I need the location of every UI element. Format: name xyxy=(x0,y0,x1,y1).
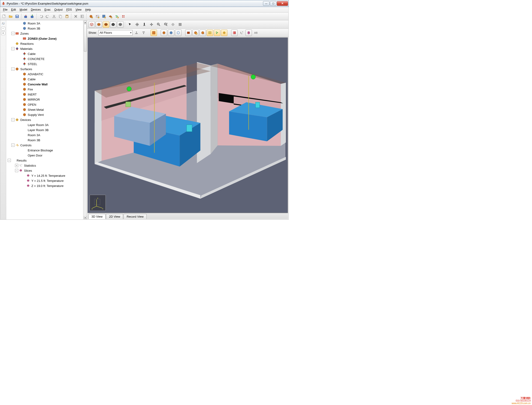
tree-node[interactable]: −Zones xyxy=(6,31,83,36)
wireframe-button[interactable] xyxy=(89,21,95,28)
tree-node[interactable]: Y = 14.25 ft: Temperature xyxy=(6,173,83,178)
redo-button[interactable] xyxy=(45,14,51,19)
reaction-button[interactable] xyxy=(95,14,100,19)
walk-button[interactable] xyxy=(141,21,148,28)
tree-toggle[interactable]: − xyxy=(11,143,14,147)
export-button[interactable] xyxy=(29,14,35,19)
tab-record-view[interactable]: Record View xyxy=(123,214,146,219)
tree-node[interactable]: −Surfaces xyxy=(6,67,83,72)
menu-help[interactable]: Help xyxy=(83,7,93,12)
tree-node[interactable]: Y = 21.5 ft: Temperature xyxy=(6,178,83,183)
shade-button[interactable] xyxy=(110,21,116,28)
scroll-down-button[interactable]: ▾ xyxy=(84,216,87,219)
menu-fds[interactable]: FDS xyxy=(64,7,74,12)
tree-toggle[interactable]: − xyxy=(11,47,14,50)
tree-node[interactable]: ZONE0 (Outer Zone) xyxy=(6,36,83,41)
vis-obstructions-button[interactable] xyxy=(150,30,157,36)
vis-labels-button[interactable]: AB xyxy=(252,30,259,36)
device-button[interactable] xyxy=(120,14,126,19)
particle-button[interactable] xyxy=(114,14,120,19)
reset-button[interactable] xyxy=(170,21,176,28)
collapse-all-button[interactable]: − xyxy=(1,27,5,30)
scroll-up-button[interactable]: ▴ xyxy=(84,21,87,24)
menu-model[interactable]: Model xyxy=(18,7,29,12)
minimize-button[interactable]: — xyxy=(263,1,269,6)
tree-toggle[interactable]: + xyxy=(15,164,18,167)
maximize-button[interactable]: ☐ xyxy=(270,1,276,6)
scroll-thumb[interactable] xyxy=(84,24,87,52)
tree-node[interactable]: INERT xyxy=(6,92,83,97)
tree-node[interactable]: Fire xyxy=(6,87,83,92)
tree-node[interactable]: Sheet Metal xyxy=(6,107,83,112)
tab-2d-view[interactable]: 2D View xyxy=(106,214,123,219)
tree-node[interactable]: −Slices xyxy=(6,168,83,173)
import-button[interactable] xyxy=(23,14,29,19)
vis-mesh-grid-button[interactable] xyxy=(168,30,174,36)
menu-view[interactable]: View xyxy=(74,7,83,12)
3d-viewport[interactable]: z x y xyxy=(88,37,288,213)
tree-node[interactable]: Entrance Blockage xyxy=(6,148,83,153)
tree-node[interactable]: Room 3A xyxy=(6,21,83,26)
floor-select[interactable]: All Floors xyxy=(98,30,133,35)
delete-button[interactable] xyxy=(73,14,79,19)
menu-devices[interactable]: Devices xyxy=(29,7,43,12)
menu-evac[interactable]: Evac xyxy=(42,7,52,12)
tree-node[interactable]: OPEN xyxy=(6,102,83,107)
axes-widget[interactable]: z x y xyxy=(89,195,106,211)
orbit-button[interactable] xyxy=(134,21,140,28)
tree-toggle[interactable]: − xyxy=(11,32,14,35)
paste-button[interactable] xyxy=(64,14,70,19)
tree-toggle[interactable]: − xyxy=(11,68,14,71)
tree-node[interactable]: Layer Room 3B xyxy=(6,127,83,132)
save-button[interactable] xyxy=(14,14,20,19)
tree-link-icon[interactable] xyxy=(1,21,6,26)
select-button[interactable] xyxy=(127,21,133,28)
surface-button[interactable] xyxy=(101,14,107,19)
tree-node[interactable]: −Results xyxy=(6,158,83,163)
tree-node[interactable]: Room 3B xyxy=(6,138,83,143)
mesh-button[interactable]: + xyxy=(88,14,94,19)
copy-button[interactable] xyxy=(57,14,63,19)
expand-all-button[interactable]: + xyxy=(1,31,5,35)
tree-toggle[interactable]: − xyxy=(11,118,14,122)
tree-node[interactable]: Concrete Wall xyxy=(6,82,83,87)
menu-file[interactable]: File xyxy=(1,7,9,12)
realistic-button[interactable] xyxy=(103,21,109,28)
tree-node[interactable]: Open Door xyxy=(6,153,83,158)
vis-slices-button[interactable] xyxy=(246,30,252,36)
tree-node[interactable]: Z = 19.0 ft: Temperature xyxy=(6,183,83,188)
tree-node[interactable]: −Controls xyxy=(6,143,83,148)
pan-button[interactable] xyxy=(148,21,155,28)
tree-node[interactable]: Room 3A xyxy=(6,132,83,138)
menu-edit[interactable]: Edit xyxy=(9,7,18,12)
vis-particles-button[interactable] xyxy=(214,30,220,36)
new-button[interactable] xyxy=(1,14,7,19)
vis-devices-button[interactable] xyxy=(207,30,213,36)
model-tree[interactable]: Room 3ARoom 3B−ZonesZONE0 (Outer Zone)Re… xyxy=(6,20,83,219)
tree-node[interactable]: Supply Vent xyxy=(6,112,83,117)
solid-button[interactable] xyxy=(95,21,102,28)
vis-mesh-button[interactable] xyxy=(161,30,167,36)
zoom-box-button[interactable] xyxy=(163,21,169,28)
open-button[interactable] xyxy=(8,14,14,19)
tree-node[interactable]: Room 3B xyxy=(6,26,83,31)
filter-up-button[interactable] xyxy=(133,30,140,36)
vis-hvac-button[interactable] xyxy=(221,30,227,36)
tree-node[interactable]: Cable xyxy=(6,77,83,82)
menu-output[interactable]: Output xyxy=(52,7,64,12)
tree-toggle[interactable]: − xyxy=(15,169,18,172)
vis-stats-button[interactable]: 123 xyxy=(238,30,245,36)
outline-button[interactable] xyxy=(117,21,123,28)
tree-node[interactable]: Reactions xyxy=(6,41,83,46)
close-button[interactable]: ✕ xyxy=(277,1,288,6)
material-button[interactable] xyxy=(107,14,113,19)
vis-sections-button[interactable] xyxy=(231,30,238,36)
vis-outlines-button[interactable] xyxy=(199,30,206,36)
tree-toggle[interactable]: − xyxy=(8,159,11,162)
grid-button[interactable] xyxy=(177,21,183,28)
properties-button[interactable] xyxy=(79,14,85,19)
tree-node[interactable]: CONCRETE xyxy=(6,56,83,61)
tree-node[interactable]: +123Statistics xyxy=(6,163,83,168)
tree-node[interactable]: −Materials xyxy=(6,46,83,51)
vis-mesh-boundary-button[interactable] xyxy=(175,30,182,36)
